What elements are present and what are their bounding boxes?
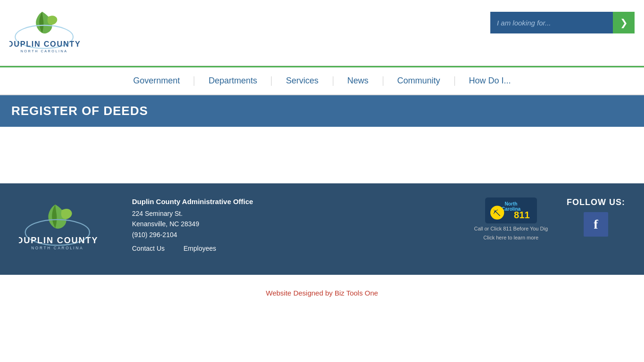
svg-text:NORTH CAROLINA: NORTH CAROLINA	[31, 246, 83, 250]
nc811-text-line1: Call or Click 811 Before You Dig	[474, 225, 548, 232]
page-title-banner: Register of Deeds	[0, 95, 644, 127]
svg-text:NORTH CAROLINA: NORTH CAROLINA	[21, 49, 68, 53]
search-area: ❯	[490, 12, 635, 33]
address-line-2: Kenansville, NC 28349	[132, 219, 455, 229]
page-content	[0, 127, 644, 183]
site-header: DUPLIN COUNTY NORTH CAROLINA ❯	[0, 0, 644, 66]
contact-us-link[interactable]: Contact Us	[132, 245, 165, 252]
main-navigation: Government Departments Services News Com…	[0, 66, 644, 95]
follow-us-section: FOLLOW US: f	[567, 197, 625, 237]
address-line-1: 224 Seminary St.	[132, 208, 455, 219]
footer-info: Duplin County Administrative Office 224 …	[132, 197, 455, 252]
nav-item-how-do-i[interactable]: How Do I...	[456, 67, 524, 94]
nav-divider	[333, 76, 333, 86]
nav-divider	[383, 76, 383, 86]
svg-text:DUPLIN COUNTY: DUPLIN COUNTY	[19, 236, 98, 245]
svg-text:⛏: ⛏	[493, 209, 501, 217]
nav-divider	[194, 76, 194, 86]
search-button[interactable]: ❯	[613, 12, 635, 33]
logo-area: DUPLIN COUNTY NORTH CAROLINA	[9, 7, 94, 59]
office-name: Duplin County Administrative Office	[132, 197, 455, 206]
follow-us-label: FOLLOW US:	[567, 197, 625, 207]
phone-number: (910) 296-2104	[132, 230, 455, 240]
svg-text:DUPLIN COUNTY: DUPLIN COUNTY	[9, 39, 81, 48]
svg-text:811: 811	[514, 210, 530, 220]
designed-by-link[interactable]: Website Designed by Biz Tools One	[266, 289, 378, 297]
footer-bottom: Website Designed by Biz Tools One	[0, 275, 644, 312]
nav-item-government[interactable]: Government	[120, 67, 193, 94]
nc811-text-line2: Click here to learn more	[483, 234, 538, 241]
nav-item-community[interactable]: Community	[384, 67, 454, 94]
svg-text:North: North	[504, 201, 517, 206]
facebook-button[interactable]: f	[584, 212, 608, 237]
nc811-badge[interactable]: North Carolina 811 ⛏	[485, 197, 537, 223]
search-input[interactable]	[490, 12, 613, 33]
footer-links: Contact Us Employees	[132, 245, 455, 252]
footer-duplin-county-logo: DUPLIN COUNTY NORTH CAROLINA	[19, 197, 113, 259]
nav-item-services[interactable]: Services	[272, 67, 331, 94]
employees-link[interactable]: Employees	[183, 245, 216, 252]
page-title: Register of Deeds	[11, 104, 148, 118]
footer-logo-area: DUPLIN COUNTY NORTH CAROLINA	[19, 197, 113, 261]
nav-divider	[454, 76, 455, 86]
site-footer: DUPLIN COUNTY NORTH CAROLINA Duplin Coun…	[0, 183, 644, 275]
nav-item-news[interactable]: News	[334, 67, 382, 94]
duplin-county-logo: DUPLIN COUNTY NORTH CAROLINA	[9, 7, 94, 59]
nc811-section: North Carolina 811 ⛏ Call or Click 811 B…	[474, 197, 548, 242]
nav-item-departments[interactable]: Departments	[195, 67, 270, 94]
nav-divider	[271, 76, 272, 86]
